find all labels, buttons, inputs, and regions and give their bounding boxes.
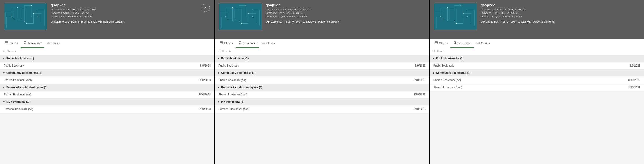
bookmark-list: ▼ Public bookmarks (1) Public Bookmark 8…: [0, 55, 214, 164]
search-icon: [432, 50, 437, 53]
app-thumbnail: [4, 3, 47, 30]
group-header[interactable]: ▼ Community bookmarks (1): [215, 70, 429, 77]
group-header[interactable]: ▼ Public bookmarks (1): [0, 55, 214, 62]
search-input[interactable]: [437, 50, 641, 53]
bookmark-name: Personal Bookmark (bob): [218, 107, 249, 111]
group-header[interactable]: ▼ My bookmarks (1): [0, 98, 214, 105]
app-description: Qlik app to push from on prem to saas wi…: [266, 20, 425, 23]
bookmark-row[interactable]: Personal Bookmark (rvr) 8/10/2023: [0, 105, 214, 113]
tab-stories[interactable]: Stories: [259, 39, 278, 48]
meta-published: Published: Sep 5, 2023, 11:04 PM: [266, 11, 425, 15]
sheets-icon: [5, 41, 8, 45]
tab-sheets[interactable]: Sheets: [2, 39, 21, 48]
group-header[interactable]: ▼ Public bookmarks (1): [215, 55, 429, 62]
tab-label: Bookmarks: [458, 42, 471, 45]
bookmark-date: 8/10/2023: [628, 79, 640, 82]
bookmark-list: ▼ Public bookmarks (1) Public Bookmark 8…: [215, 55, 429, 164]
tab-sheets[interactable]: Sheets: [432, 39, 450, 48]
svg-point-8: [33, 13, 34, 14]
bookmark-row[interactable]: Personal Bookmark (bob) 8/10/2023: [215, 105, 429, 113]
group-header[interactable]: ▼ Community bookmarks (1): [0, 70, 214, 77]
search-icon: [218, 50, 222, 53]
svg-point-5: [38, 16, 38, 17]
svg-point-38: [442, 18, 443, 19]
bookmark-row[interactable]: Shared Bookmark (bob) 8/10/2023: [215, 91, 429, 98]
bookmark-date: 8/10/2023: [414, 79, 426, 82]
svg-point-22: [228, 18, 228, 19]
story-icon: [47, 41, 50, 45]
svg-line-47: [434, 52, 436, 53]
tab-bar: Sheets Bookmarks Stories: [215, 39, 429, 48]
tab-bookmarks[interactable]: Bookmarks: [236, 39, 259, 48]
app-description: Qlik app to push from on prem to saas wi…: [51, 20, 210, 23]
bookmark-date: 8/10/2023: [414, 93, 426, 96]
meta-published: Published: Sep 5, 2023, 11:04 PM: [51, 11, 210, 15]
bookmark-list: ▼ Public bookmarks (1) Public Bookmark 8…: [430, 55, 644, 164]
group-header[interactable]: ▼ My bookmarks (1): [215, 98, 429, 105]
bookmark-row[interactable]: Shared Bookmark (bob) 8/10/2023: [430, 84, 644, 91]
app-header-text: qsop2qc Data last loaded: Sep 5, 2023, 1…: [480, 3, 640, 23]
bookmark-row[interactable]: Shared Bookmark (rvr) 8/10/2023: [430, 77, 644, 84]
svg-point-1: [11, 16, 12, 17]
app-title: qsop2qc: [266, 3, 425, 7]
svg-point-3: [24, 21, 25, 22]
group-label: Community bookmarks (2): [436, 71, 470, 75]
bookmark-name: Personal Bookmark (rvr): [4, 107, 33, 111]
story-icon: [477, 41, 480, 45]
svg-point-35: [454, 21, 455, 22]
group-label: My bookmarks (1): [6, 100, 30, 103]
group-label: My bookmarks (1): [221, 100, 244, 103]
search-input[interactable]: [222, 50, 426, 53]
tab-sheets[interactable]: Sheets: [217, 39, 236, 48]
bookmark-date: 8/10/2023: [414, 107, 426, 111]
bookmark-row[interactable]: Public Bookmark 8/9/2023: [430, 62, 644, 70]
search-bar: [215, 48, 429, 55]
group-header[interactable]: ▼ Public bookmarks (1): [430, 55, 644, 62]
group-header[interactable]: ▼ Community bookmarks (2): [430, 70, 644, 77]
app-title: qsop2qc: [51, 3, 210, 7]
app-description: Qlik app to push from on prem to saas wi…: [480, 20, 640, 23]
caret-down-icon: ▼: [218, 86, 220, 89]
group-label: Public bookmarks (1): [6, 57, 34, 60]
tab-label: Sheets: [224, 42, 233, 45]
story-icon: [262, 41, 265, 45]
app-thumbnail: [219, 3, 262, 30]
bookmark-row[interactable]: Public Bookmark 8/9/2023: [0, 62, 214, 70]
bookmark-row[interactable]: Shared Bookmark (rvr) 8/10/2023: [215, 77, 429, 84]
caret-down-icon: ▼: [432, 72, 435, 74]
group-label: Bookmarks published by me (1): [221, 86, 262, 89]
group-header[interactable]: ▼ Bookmarks published by me (1): [0, 84, 214, 91]
bookmark-name: Public Bookmark: [218, 64, 239, 67]
app-title: qsop2qc: [480, 3, 640, 7]
tab-label: Sheets: [439, 42, 448, 45]
meta-published-to: Published to: QMP OnPrem Sandbox: [480, 15, 640, 18]
tab-bookmarks[interactable]: Bookmarks: [450, 39, 474, 48]
svg-line-31: [220, 52, 221, 53]
bookmark-date: 8/10/2023: [628, 86, 640, 89]
bookmark-date: 8/10/2023: [199, 107, 211, 111]
svg-point-36: [460, 5, 461, 6]
group-header[interactable]: ▼ Bookmarks published by me (1): [215, 84, 429, 91]
tab-bookmarks[interactable]: Bookmarks: [21, 39, 44, 48]
app-panel: qsop2qc Data last loaded: Sep 5, 2023, 1…: [215, 0, 430, 164]
bookmark-row[interactable]: Shared Bookmark (rvr) 8/10/2023: [0, 91, 214, 98]
tab-stories[interactable]: Stories: [474, 39, 492, 48]
tab-label: Stories: [481, 42, 490, 45]
tab-label: Stories: [52, 42, 60, 45]
tab-stories[interactable]: Stories: [44, 39, 62, 48]
svg-point-46: [433, 50, 435, 52]
bookmark-row[interactable]: Shared Bookmark (bob) 8/10/2023: [0, 77, 214, 84]
sheets-icon: [220, 41, 223, 45]
svg-point-39: [456, 23, 457, 24]
group-label: Bookmarks published by me (1): [6, 86, 48, 89]
meta-loaded: Data last loaded: Sep 5, 2023, 11:04 PM: [480, 8, 640, 11]
svg-point-18: [232, 7, 233, 8]
svg-point-7: [26, 23, 27, 24]
app-header-text: qsop2qc Data last loaded: Sep 5, 2023, 1…: [51, 3, 210, 23]
bookmark-row[interactable]: Public Bookmark 8/9/2023: [215, 62, 429, 70]
svg-rect-41: [435, 42, 438, 44]
search-input[interactable]: [7, 50, 212, 53]
svg-marker-13: [48, 42, 49, 43]
svg-point-23: [241, 23, 242, 24]
tab-label: Stories: [266, 42, 275, 45]
